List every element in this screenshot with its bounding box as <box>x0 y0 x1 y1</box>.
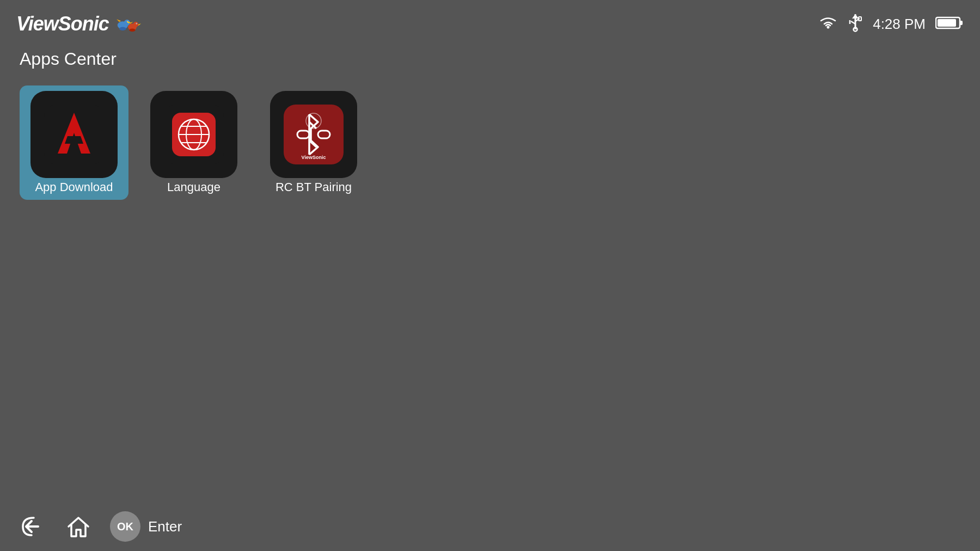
ok-enter-wrapper[interactable]: OK Enter <box>110 511 182 542</box>
rc-bt-pairing-label: RC BT Pairing <box>275 180 352 194</box>
svg-marker-9 <box>138 23 141 26</box>
ok-button[interactable]: OK <box>110 511 140 542</box>
top-bar: ViewSonic <box>0 0 980 44</box>
battery-icon <box>935 15 964 33</box>
svg-marker-27 <box>65 136 83 144</box>
svg-rect-18 <box>859 17 861 21</box>
home-button[interactable] <box>63 511 94 542</box>
wifi-icon <box>818 15 838 33</box>
logo-text: ViewSonic <box>16 13 109 35</box>
app-item-rc-bt-pairing[interactable]: ViewSonic RC BT Pairing <box>259 85 368 200</box>
svg-point-14 <box>827 26 830 29</box>
rc-bt-pairing-icon: ViewSonic <box>270 91 357 178</box>
logo-birds-icon <box>114 13 142 35</box>
back-button[interactable] <box>16 511 47 542</box>
svg-marker-5 <box>117 19 121 22</box>
language-icon <box>150 91 237 178</box>
svg-marker-16 <box>852 14 859 19</box>
clock-display: 4:28 PM <box>873 16 926 33</box>
status-bar: 4:28 PM <box>818 13 964 35</box>
app-item-app-download[interactable]: App Download <box>20 85 128 200</box>
usb-icon <box>848 13 863 35</box>
app-download-icon <box>30 91 118 178</box>
page-title: Apps Center <box>0 44 980 80</box>
svg-point-6 <box>119 27 126 30</box>
logo-area: ViewSonic <box>16 13 142 35</box>
svg-point-13 <box>129 28 135 32</box>
svg-rect-24 <box>938 19 956 27</box>
svg-point-11 <box>136 23 137 24</box>
svg-text:ViewSonic: ViewSonic <box>302 155 326 160</box>
svg-point-8 <box>133 22 138 27</box>
app-download-label: App Download <box>35 180 113 194</box>
apps-grid: App Download Language <box>0 80 980 205</box>
language-label: Language <box>167 180 220 194</box>
svg-rect-23 <box>960 21 963 25</box>
app-item-language[interactable]: Language <box>139 85 248 200</box>
ok-label: Enter <box>148 518 182 535</box>
bottom-bar: OK Enter <box>0 502 980 551</box>
